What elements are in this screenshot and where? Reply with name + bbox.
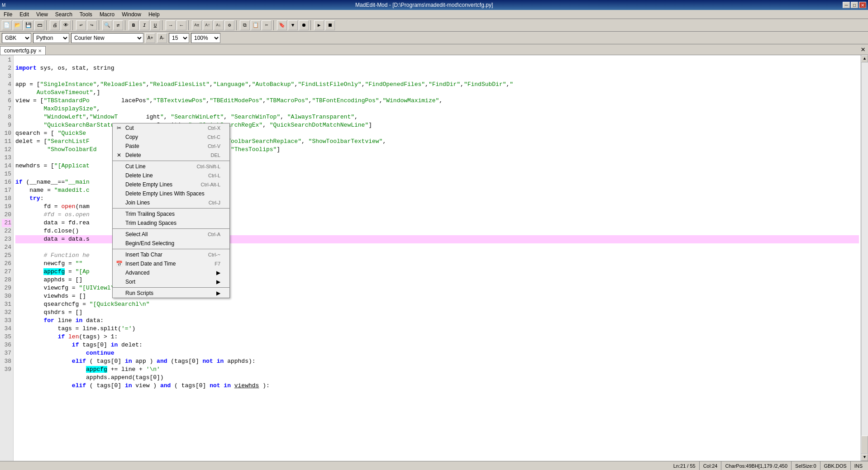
extra-btn2[interactable]: A↑ bbox=[203, 20, 213, 30]
cm-cut-line-label: Cut Line bbox=[125, 163, 146, 170]
cm-delete[interactable]: ✕ Delete DEL bbox=[113, 151, 229, 160]
outdent-button[interactable]: ← bbox=[176, 20, 186, 30]
print-button[interactable]: 🖨 bbox=[50, 20, 60, 30]
menu-macro[interactable]: Macro bbox=[96, 10, 118, 19]
undo-button[interactable]: ↩ bbox=[76, 20, 86, 30]
open-button[interactable]: 📂 bbox=[13, 20, 23, 30]
cm-delete-line-label: Delete Line bbox=[125, 172, 153, 179]
cm-copy[interactable]: Copy Ctrl-C bbox=[113, 133, 229, 142]
cm-run-scripts[interactable]: Run Scripts ▶ bbox=[113, 289, 229, 298]
cm-advanced-arrow: ▶ bbox=[216, 270, 220, 276]
maximize-button[interactable]: □ bbox=[851, 2, 858, 8]
menu-window[interactable]: Window bbox=[118, 10, 145, 19]
cm-insert-date-time[interactable]: 📅 Insert Date and Time F7 bbox=[113, 259, 229, 268]
tab-close-button[interactable]: ✕ bbox=[38, 48, 42, 53]
paste-btn[interactable]: 📋 bbox=[251, 20, 261, 30]
close-button[interactable]: ✕ bbox=[859, 2, 866, 8]
cut-btn[interactable]: ✂ bbox=[262, 20, 272, 30]
cm-paste[interactable]: Paste Ctrl-V bbox=[113, 142, 229, 151]
bookmark-btn1[interactable]: 🔖 bbox=[277, 20, 287, 30]
cm-advanced[interactable]: Advanced ▶ bbox=[113, 268, 229, 277]
context-menu: ✂ Cut Ctrl-X Copy Ctrl-C Paste Ctrl-V ✕ … bbox=[112, 123, 230, 298]
run-btn[interactable]: ▶ bbox=[314, 20, 324, 30]
scroll-up-button[interactable]: ▲ bbox=[861, 55, 868, 62]
record-btn[interactable]: ⏺ bbox=[299, 20, 309, 30]
cm-sep3 bbox=[113, 228, 229, 229]
font-select[interactable]: Courier New Arial bbox=[71, 33, 143, 43]
menu-file[interactable]: File bbox=[0, 10, 16, 19]
italic-button[interactable]: I bbox=[139, 20, 149, 30]
stop-btn[interactable]: ⏹ bbox=[325, 20, 335, 30]
new-button[interactable]: 📄 bbox=[2, 20, 12, 30]
save-all-button[interactable]: 🗃 bbox=[34, 20, 44, 30]
right-scrollbar[interactable]: ▲ ▼ bbox=[861, 55, 868, 461]
menu-tools[interactable]: Tools bbox=[76, 10, 96, 19]
print-preview-button[interactable]: 👁 bbox=[61, 20, 71, 30]
cm-select-all[interactable]: Select All Ctrl-A bbox=[113, 230, 229, 239]
cm-begin-end-selecting-label: Begin/End Selecting bbox=[125, 240, 174, 247]
cm-insert-tab-label: Insert Tab Char bbox=[125, 252, 162, 258]
title-bar-icon: M bbox=[2, 3, 5, 8]
indent-button[interactable]: → bbox=[166, 20, 176, 30]
zoom-select[interactable]: 100% 75% 125% bbox=[191, 33, 220, 43]
bold-button[interactable]: B bbox=[129, 20, 138, 30]
font-decrease-button[interactable]: A- bbox=[157, 33, 167, 43]
replace-button[interactable]: ⇄ bbox=[113, 20, 123, 30]
cm-delete-empty-lines-shortcut: Ctrl-Alt-L bbox=[192, 182, 220, 187]
cm-trim-leading[interactable]: Trim Leading Spaces bbox=[113, 218, 229, 228]
cm-join-lines[interactable]: Join Lines Ctrl-J bbox=[113, 198, 229, 207]
bookmark-btn2[interactable]: ▼ bbox=[288, 20, 298, 30]
cm-cut-label: Cut bbox=[125, 125, 134, 131]
cm-insert-tab[interactable]: Insert Tab Char Ctrl-~ bbox=[113, 250, 229, 259]
size-select[interactable]: 15 12 14 bbox=[169, 33, 189, 43]
cm-sort[interactable]: Sort ▶ bbox=[113, 277, 229, 286]
cm-sep4 bbox=[113, 249, 229, 249]
redo-button[interactable]: ↪ bbox=[87, 20, 97, 30]
save-button[interactable]: 💾 bbox=[24, 20, 33, 30]
editor-container: 12345 678910 1112131415 1617181920 21 22… bbox=[0, 55, 868, 461]
cm-cut-shortcut: Ctrl-X bbox=[199, 125, 220, 131]
menu-help[interactable]: Help bbox=[145, 10, 163, 19]
menu-edit[interactable]: Edit bbox=[16, 10, 33, 19]
copy-btn[interactable]: ⧉ bbox=[240, 20, 250, 30]
cm-delete-line[interactable]: Delete Line Ctrl-L bbox=[113, 171, 229, 180]
cm-trim-trailing-label: Trim Trailing Spaces bbox=[125, 211, 175, 217]
cm-cut[interactable]: ✂ Cut Ctrl-X bbox=[113, 123, 229, 133]
toolbar: 📄 📂 💾 🗃 🖨 👁 ↩ ↪ 🔍 ⇄ B I U → ← A± A↑ A↓ ⚙… bbox=[0, 19, 868, 32]
toolbar-sep3 bbox=[99, 20, 100, 30]
cm-delete-empty-lines-spaces[interactable]: Delete Empty Lines With Spaces bbox=[113, 189, 229, 198]
calendar-icon: 📅 bbox=[115, 261, 123, 267]
extra-btn1[interactable]: A± bbox=[192, 20, 202, 30]
cm-begin-end-selecting[interactable]: Begin/End Selecting bbox=[113, 239, 229, 248]
toolbar-sep7 bbox=[236, 20, 238, 30]
toolbar-sep2 bbox=[72, 20, 74, 30]
extra-btn3[interactable]: A↓ bbox=[214, 20, 224, 30]
syntax-select[interactable]: Python Text bbox=[33, 33, 69, 43]
minimize-button[interactable]: ─ bbox=[843, 2, 850, 8]
font-increase-button[interactable]: A+ bbox=[145, 33, 155, 43]
find-button[interactable]: 🔍 bbox=[102, 20, 112, 30]
status-selsize: SelSize:0 bbox=[792, 461, 820, 470]
encoding-select[interactable]: GBK UTF-8 bbox=[2, 33, 31, 43]
status-position: Ln:21 / 55 bbox=[670, 461, 700, 470]
scroll-track[interactable] bbox=[861, 62, 868, 436]
menu-view[interactable]: View bbox=[33, 10, 52, 19]
cm-delete-empty-lines[interactable]: Delete Empty Lines Ctrl-Alt-L bbox=[113, 180, 229, 189]
cm-paste-label: Paste bbox=[125, 143, 139, 149]
cm-sep2 bbox=[113, 208, 229, 209]
tab-convertcfg[interactable]: convertcfg.py ✕ bbox=[0, 46, 46, 55]
cm-copy-label: Copy bbox=[125, 134, 138, 140]
extra-btn4[interactable]: ⚙ bbox=[224, 20, 234, 30]
toolbar-sep1 bbox=[46, 20, 48, 30]
menu-search[interactable]: Search bbox=[52, 10, 76, 19]
scroll-down-button[interactable]: ▼ bbox=[861, 454, 868, 461]
cm-run-scripts-arrow: ▶ bbox=[216, 290, 220, 296]
menu-bar: File Edit View Search Tools Macro Window… bbox=[0, 10, 868, 19]
cm-trim-trailing[interactable]: Trim Trailing Spaces bbox=[113, 209, 229, 218]
underline-button[interactable]: U bbox=[150, 20, 160, 30]
cm-cut-line[interactable]: Cut Line Ctrl-Shift-L bbox=[113, 162, 229, 171]
format-bar: GBK UTF-8 Python Text Courier New Arial … bbox=[0, 32, 868, 44]
status-col: Col:24 bbox=[700, 461, 722, 470]
tab-close-all[interactable]: ✕ bbox=[858, 44, 868, 55]
scroll-thumb[interactable] bbox=[861, 436, 868, 454]
